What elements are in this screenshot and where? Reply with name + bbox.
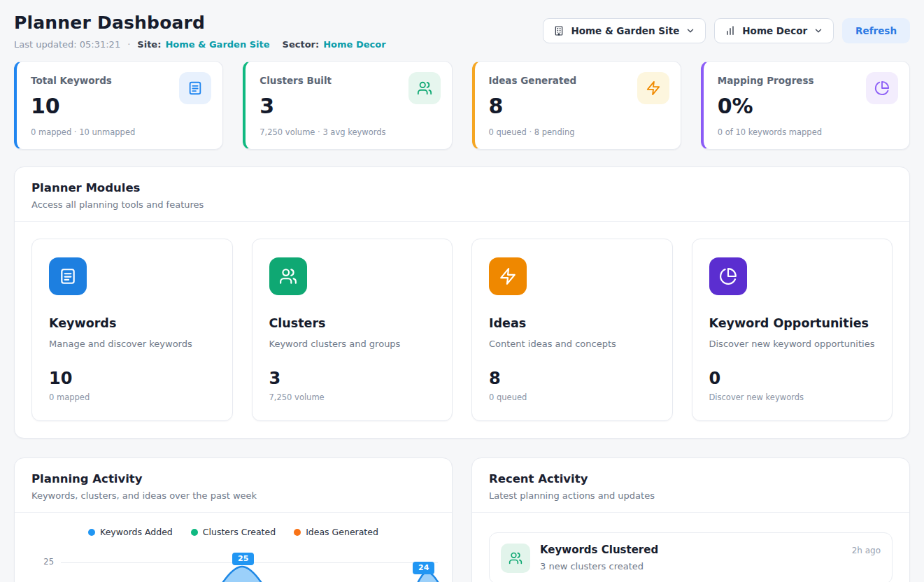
planner-dashboard-page: Planner Dashboard Last updated: 05:31:21…: [0, 0, 924, 582]
recent-activity-subtitle: Latest planning actions and updates: [489, 490, 893, 501]
legend-label: Keywords Added: [100, 527, 173, 537]
planning-activity-header: Planning Activity Keywords, clusters, an…: [15, 458, 452, 513]
planning-activity-subtitle: Keywords, clusters, and ideas over the p…: [31, 490, 435, 501]
modules-header: Planner Modules Access all planning tool…: [15, 167, 909, 222]
module-card-keywords[interactable]: Keywords Manage and discover keywords 10…: [31, 239, 233, 421]
users-icon: [269, 257, 307, 295]
module-value: 3: [269, 369, 436, 388]
sector-label: Sector:: [283, 39, 320, 50]
activity-list-item: Keywords Clustered 2h ago 3 new clusters…: [489, 532, 893, 582]
planning-activity-panel: Planning Activity Keywords, clusters, an…: [14, 457, 453, 582]
page-header: Planner Dashboard Last updated: 05:31:21…: [14, 13, 910, 50]
pie-chart-icon: [709, 257, 747, 295]
legend-item-ideas-generated: Ideas Generated: [294, 527, 378, 537]
activity-item-title: Keywords Clustered: [540, 544, 658, 556]
stat-sub: 0 mapped · 10 unmapped: [31, 127, 208, 137]
page-title: Planner Dashboard: [14, 13, 386, 33]
module-sub: 7,250 volume: [269, 392, 436, 402]
module-sub: 0 queued: [489, 392, 655, 402]
stat-sub: 0 of 10 keywords mapped: [718, 127, 895, 137]
modules-title: Planner Modules: [31, 181, 893, 194]
site-link[interactable]: Home & Garden Site: [165, 39, 269, 50]
page-meta: Last updated: 05:31:21 · Site: Home & Ga…: [14, 39, 386, 50]
site-selector-dropdown[interactable]: Home & Garden Site: [543, 18, 706, 43]
document-icon: [49, 257, 87, 295]
stat-card-clusters-built: Clusters Built 3 7,250 volume · 3 avg ke…: [243, 61, 452, 150]
module-value: 0: [709, 369, 876, 388]
legend-dot-icon: [294, 529, 301, 536]
building-icon: [553, 25, 564, 36]
lightning-icon: [637, 72, 669, 104]
module-value: 8: [489, 369, 655, 388]
legend-label: Clusters Created: [203, 527, 276, 537]
site-selector-value: Home & Garden Site: [571, 25, 679, 36]
module-title: Clusters: [269, 316, 436, 330]
header-controls: Home & Garden Site Home Decor Refresh: [543, 13, 910, 43]
module-value: 10: [49, 369, 215, 388]
sector-selector-value: Home Decor: [742, 25, 807, 36]
pie-chart-icon: [866, 72, 898, 104]
y-axis-tick: 25: [37, 557, 54, 567]
legend-item-clusters-created: Clusters Created: [191, 527, 276, 537]
stat-card-mapping-progress: Mapping Progress 0% 0 of 10 keywords map…: [701, 61, 910, 150]
module-description: Content ideas and concepts: [489, 339, 655, 349]
modules-subtitle: Access all planning tools and features: [31, 199, 893, 210]
planner-modules-panel: Planner Modules Access all planning tool…: [14, 166, 910, 439]
sector-link[interactable]: Home Decor: [323, 39, 385, 50]
sector-selector-dropdown[interactable]: Home Decor: [714, 18, 834, 43]
users-icon: [501, 544, 530, 573]
module-title: Keywords: [49, 316, 215, 330]
data-point-label: 25: [232, 553, 254, 565]
stat-card-ideas-generated: Ideas Generated 8 0 queued · 8 pending: [472, 61, 681, 150]
module-card-keyword-opportunities[interactable]: Keyword Opportunities Discover new keywo…: [692, 239, 893, 421]
activity-item-body: Keywords Clustered 2h ago 3 new clusters…: [540, 544, 881, 572]
legend-dot-icon: [191, 529, 198, 536]
activity-item-time: 2h ago: [852, 546, 881, 555]
activity-item-description: 3 new clusters created: [540, 561, 881, 572]
legend-label: Ideas Generated: [306, 527, 378, 537]
legend-dot-icon: [88, 529, 95, 536]
bar-chart-icon: [725, 25, 736, 36]
module-card-clusters[interactable]: Clusters Keyword clusters and groups 3 7…: [252, 239, 453, 421]
stat-sub: 0 queued · 8 pending: [489, 127, 667, 137]
data-point-label: 24: [413, 562, 434, 574]
planning-activity-chart: 25 25 24: [29, 546, 438, 582]
module-card-ideas[interactable]: Ideas Content ideas and concepts 8 0 que…: [471, 239, 673, 421]
module-description: Keyword clusters and groups: [269, 339, 436, 349]
module-title: Keyword Opportunities: [709, 316, 876, 330]
module-title: Ideas: [489, 316, 655, 330]
recent-activity-panel: Recent Activity Latest planning actions …: [471, 457, 910, 582]
bottom-row: Planning Activity Keywords, clusters, an…: [14, 457, 910, 582]
module-sub: Discover new keywords: [709, 392, 876, 402]
chevron-down-icon: [685, 26, 695, 36]
stat-card-total-keywords: Total Keywords 10 0 mapped · 10 unmapped: [14, 61, 223, 150]
document-icon: [179, 72, 211, 104]
lightning-icon: [489, 257, 527, 295]
chevron-down-icon: [813, 26, 823, 36]
module-description: Discover new keyword opportunities: [709, 339, 876, 349]
recent-activity-title: Recent Activity: [489, 472, 893, 485]
stat-sub: 7,250 volume · 3 avg keywords: [260, 127, 437, 137]
modules-grid: Keywords Manage and discover keywords 10…: [15, 222, 909, 438]
site-label: Site:: [137, 39, 161, 50]
meta-separator: ·: [127, 39, 130, 50]
stats-row: Total Keywords 10 0 mapped · 10 unmapped…: [14, 61, 910, 150]
recent-activity-header: Recent Activity Latest planning actions …: [472, 458, 909, 513]
users-icon: [408, 72, 441, 104]
module-description: Manage and discover keywords: [49, 339, 215, 349]
planning-activity-title: Planning Activity: [31, 472, 435, 485]
chart-legend: Keywords Added Clusters Created Ideas Ge…: [15, 527, 452, 537]
refresh-button[interactable]: Refresh: [842, 18, 910, 43]
last-updated-text: Last updated: 05:31:21: [14, 39, 120, 50]
module-sub: 0 mapped: [49, 392, 215, 402]
legend-item-keywords-added: Keywords Added: [88, 527, 173, 537]
header-title-block: Planner Dashboard Last updated: 05:31:21…: [14, 13, 386, 50]
